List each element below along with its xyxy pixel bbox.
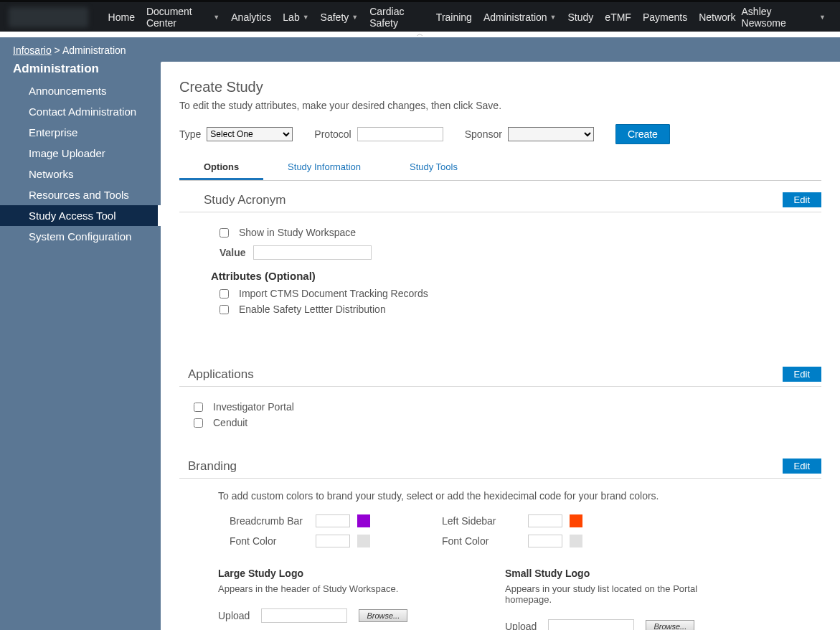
enable-safety-checkbox[interactable] [220,305,229,314]
small-upload-input[interactable] [548,619,634,630]
nav-home[interactable]: Home [103,1,141,33]
show-workspace-label: Show in Study Workspace [239,227,356,238]
sidebar-item-study-access-tool[interactable]: Study Access Tool [0,205,161,226]
breadcrumb: Infosario > Administration [13,44,126,56]
app-checkbox-cenduit[interactable] [194,418,203,428]
chevron-down-icon: ▼ [351,14,358,21]
sidebar-title: Administration [0,62,161,80]
large-logo-desc: Appears in the header of Study Workspace… [218,583,433,594]
attributes-optional-title: Attributes (Optional) [211,270,821,282]
branding-desc: To add custom colors to brand your study… [218,490,821,502]
edit-branding-button[interactable]: Edit [783,459,821,474]
nav-training[interactable]: Training [430,1,478,33]
font1-color-input[interactable] [316,535,350,547]
leftsidebar-color-input[interactable] [528,514,562,527]
show-workspace-checkbox[interactable] [220,228,229,238]
section-branding: Branding Edit To add custom colors to br… [179,454,821,630]
app-logo [9,7,88,27]
user-name: Ashley Newsome [742,6,816,29]
small-logo-block: Small Study Logo Appears in your study l… [505,568,720,630]
import-ctms-label: Import CTMS Document Tracking Records [239,288,428,299]
large-logo-block: Large Study Logo Appears in the header o… [218,568,433,630]
nav-etmf[interactable]: eTMF [599,1,637,33]
small-logo-title: Small Study Logo [505,568,720,579]
sidebar-item-resources-and-tools[interactable]: Resources and Tools [0,184,161,205]
study-acronym-title: Study Acronym [204,193,285,207]
section-study-acronym: Study Acronym Edit Show in Study Workspa… [179,188,821,326]
nav-safety[interactable]: Safety▼ [315,1,364,33]
import-ctms-checkbox[interactable] [220,289,229,298]
protocol-input[interactable] [357,127,443,141]
main-content: Create Study To edit the study attribute… [161,62,840,630]
breadcrumb-color-label: Breadcrumb Bar [230,515,308,527]
nav-network[interactable]: Network [693,1,741,33]
breadcrumb-root[interactable]: Infosario [13,44,52,56]
font2-color-swatch[interactable] [570,535,582,547]
sponsor-select[interactable] [508,127,594,141]
font2-color-label: Font Color [442,535,521,547]
breadcrumb-color-input[interactable] [316,514,350,527]
nav-study[interactable]: Study [562,1,600,33]
large-upload-label: Upload [218,610,250,621]
page-desc: To edit the study attributes, make your … [179,100,821,111]
edit-applications-button[interactable]: Edit [783,367,821,382]
app-label-investigator-portal: Investigator Portal [213,401,294,413]
nav-analytics[interactable]: Analytics [225,1,277,33]
acronym-value-input[interactable] [253,245,372,260]
branding-title: Branding [188,459,237,474]
nav-lab[interactable]: Lab▼ [277,1,314,33]
page-title: Create Study [179,79,821,95]
topbar: HomeDocument Center▼AnalyticsLab▼Safety▼… [0,0,840,32]
applications-title: Applications [188,367,254,382]
edit-acronym-button[interactable]: Edit [783,192,821,207]
sidebar-item-enterprise[interactable]: Enterprise [0,122,161,143]
large-upload-input[interactable] [261,608,347,623]
font1-color-swatch[interactable] [357,535,370,547]
sidebar: Administration AnnouncementsContact Admi… [0,62,161,630]
small-browse-button[interactable]: Browse... [646,620,694,630]
nav-payments[interactable]: Payments [637,1,693,33]
type-label: Type [179,128,201,140]
sidebar-item-contact-administration[interactable]: Contact Administration [0,101,161,122]
create-form-row: Type Select One Protocol Sponsor Create [179,124,821,144]
section-applications: Applications Edit Investigator PortalCen… [179,362,821,440]
top-nav: HomeDocument Center▼AnalyticsLab▼Safety▼… [103,1,742,33]
large-browse-button[interactable]: Browse... [359,609,407,622]
nav-administration[interactable]: Administration▼ [478,1,562,33]
small-upload-label: Upload [505,621,537,630]
tab-study-tools[interactable]: Study Tools [385,156,482,180]
protocol-label: Protocol [314,128,351,140]
large-logo-title: Large Study Logo [218,568,433,579]
acronym-value-label: Value [220,247,246,258]
app-checkbox-investigator-portal[interactable] [194,403,203,412]
chevron-down-icon: ▼ [213,14,220,21]
type-select[interactable]: Select One [207,127,293,141]
nav-cardiac-safety[interactable]: Cardiac Safety [364,1,430,33]
sidebar-item-system-configuration[interactable]: System Configuration [0,226,161,247]
sidebar-item-image-uploader[interactable]: Image Uploader [0,143,161,164]
leftsidebar-color-swatch[interactable] [570,514,582,527]
create-button[interactable]: Create [615,124,670,144]
small-logo-desc: Appears in your study list located on th… [505,583,720,605]
font1-color-label: Font Color [230,535,308,547]
breadcrumb-current: Administration [62,44,126,56]
chevron-down-icon: ▼ [550,14,557,21]
nav-document-center[interactable]: Document Center▼ [141,1,225,33]
breadcrumb-color-swatch[interactable] [357,514,370,527]
chevron-down-icon: ▼ [819,14,826,21]
sidebar-item-networks[interactable]: Networks [0,164,161,184]
font2-color-input[interactable] [528,535,562,547]
enable-safety-label: Enable Safety Lettter Distribution [239,304,386,315]
breadcrumb-sep: > [55,44,60,56]
chevron-down-icon: ▼ [303,14,309,21]
tab-options[interactable]: Options [179,156,263,180]
user-menu[interactable]: Ashley Newsome ▼ [742,6,831,29]
leftsidebar-color-label: Left Sidebar [442,515,521,527]
sponsor-label: Sponsor [465,128,502,140]
tab-study-information[interactable]: Study Information [263,156,385,180]
sidebar-item-announcements[interactable]: Announcements [0,80,161,101]
tabs: OptionsStudy InformationStudy Tools [179,156,821,181]
app-label-cenduit: Cenduit [213,417,247,428]
